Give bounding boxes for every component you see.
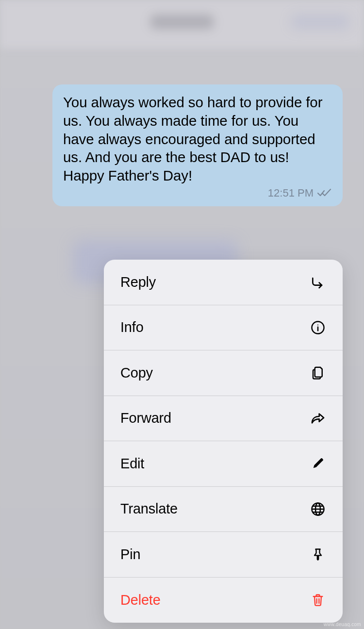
message-timestamp: 12:51 PM [268,187,314,199]
svg-point-2 [317,324,318,325]
menu-label: Pin [120,546,140,563]
read-receipt-icon [317,189,332,198]
menu-item-edit[interactable]: Edit [104,441,343,487]
menu-label: Translate [120,501,178,517]
menu-item-copy[interactable]: Copy [104,350,343,396]
menu-label: Info [120,319,144,335]
edit-icon [310,455,326,472]
menu-label: Forward [120,410,171,426]
menu-label: Copy [120,365,153,381]
globe-icon [310,501,326,517]
pin-icon [310,546,326,563]
menu-item-info[interactable]: Info [104,305,343,351]
blurred-title-blob [150,15,214,29]
reply-icon [310,274,326,290]
watermark: www.deuaq.com [324,622,361,627]
message-bubble[interactable]: You always worked so hard to provide for… [52,84,343,206]
message-text: You always worked so hard to provide for… [63,93,332,185]
menu-label: Reply [120,274,156,290]
message-meta: 12:51 PM [63,187,332,199]
menu-label: Delete [120,592,161,608]
trash-icon [310,592,326,608]
menu-item-pin[interactable]: Pin [104,532,343,578]
menu-item-translate[interactable]: Translate [104,487,343,532]
menu-item-forward[interactable]: Forward [104,396,343,442]
context-menu: Reply Info Copy Forward [104,260,343,623]
menu-label: Edit [120,456,144,472]
blurred-right-blob [291,15,349,29]
menu-item-reply[interactable]: Reply [104,260,343,305]
copy-icon [310,364,326,381]
info-icon [310,319,326,336]
menu-item-delete[interactable]: Delete [104,578,343,623]
forward-icon [310,410,326,427]
